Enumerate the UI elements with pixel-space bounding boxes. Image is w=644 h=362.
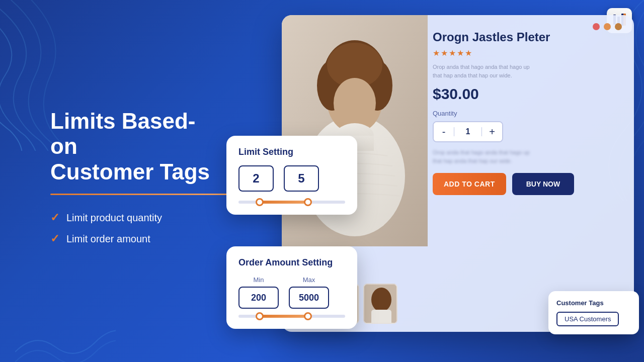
customer-tags-title: Customer Tags xyxy=(556,299,631,307)
window-dots xyxy=(593,23,622,30)
svg-point-22 xyxy=(371,288,391,312)
limit-inputs: 2 5 xyxy=(238,165,345,192)
buy-now-button[interactable]: BUY NOW xyxy=(512,173,574,195)
max-col: Max 5000 xyxy=(289,276,329,309)
min-label: Min xyxy=(254,276,264,284)
limit-range-slider[interactable] xyxy=(238,201,345,204)
range-fill xyxy=(260,201,307,204)
star-rating: ★★★★★ xyxy=(433,48,624,58)
action-buttons: ADD TO CART BUY NOW xyxy=(433,173,624,195)
left-panel: Limits Based-on Customer Tags ✓ Limit pr… xyxy=(0,78,242,284)
max-input[interactable]: 5000 xyxy=(289,287,329,309)
order-amount-card: Order Amount Setting Min 200 Max 5000 xyxy=(226,246,357,329)
product-desc-2: Orop anda that hago anda that hago up th… xyxy=(433,148,574,165)
order-amount-title: Order Amount Setting xyxy=(238,257,345,268)
min-max-row: Min 200 Max 5000 xyxy=(238,276,345,309)
quantity-decrease-button[interactable]: - xyxy=(434,122,454,141)
order-range-fill xyxy=(260,315,307,318)
quantity-increase-button[interactable]: + xyxy=(482,122,502,141)
quantity-control: - 1 + xyxy=(433,121,503,142)
add-to-cart-button[interactable]: ADD TO CART xyxy=(433,173,506,195)
usa-customers-tag[interactable]: USA Customers xyxy=(556,312,619,326)
max-label: Max xyxy=(303,276,315,284)
window-dot-orange xyxy=(604,23,611,30)
svg-point-12 xyxy=(334,78,376,128)
product-desc: Orop anda that hago anda that hago up th… xyxy=(433,63,574,79)
limit-setting-title: Limit Setting xyxy=(238,147,345,157)
order-range-slider[interactable] xyxy=(238,315,345,318)
min-col: Min 200 xyxy=(238,276,279,309)
feature-label-1: Limit product quantity xyxy=(66,212,162,224)
quantity-label: Quantity xyxy=(433,110,624,117)
check-icon-2: ✓ xyxy=(50,232,59,245)
quantity-value: 1 xyxy=(454,127,482,136)
right-panel: Orogn Jastles Pleter ★★★★★ Orop anda tha… xyxy=(242,0,644,362)
customer-tags-card: Customer Tags USA Customers xyxy=(548,291,639,334)
title-underline xyxy=(50,194,231,195)
product-price: $30.00 xyxy=(433,85,624,103)
feature-list: ✓ Limit product quantity ✓ Limit order a… xyxy=(50,211,211,245)
check-icon-1: ✓ xyxy=(50,211,59,224)
feature-label-2: Limit order amount xyxy=(66,233,150,245)
limit-min-input[interactable]: 2 xyxy=(238,165,274,192)
limit-setting-card: Limit Setting 2 5 xyxy=(226,136,357,215)
product-info: Orogn Jastles Pleter ★★★★★ Orop anda tha… xyxy=(433,30,624,195)
feature-item-2: ✓ Limit order amount xyxy=(50,232,211,245)
order-thumb-right[interactable] xyxy=(304,312,312,320)
range-thumb-left[interactable] xyxy=(256,198,264,206)
limit-max-input[interactable]: 5 xyxy=(284,165,319,192)
svg-rect-23 xyxy=(371,310,391,324)
thumbnail-3[interactable] xyxy=(363,284,397,324)
window-dot-red xyxy=(593,23,600,30)
feature-item-1: ✓ Limit product quantity xyxy=(50,211,211,224)
window-dot-yellow xyxy=(615,23,622,30)
product-name: Orogn Jastles Pleter xyxy=(433,30,624,44)
main-title: Limits Based-on Customer Tags xyxy=(50,109,211,185)
min-input[interactable]: 200 xyxy=(238,287,279,309)
range-thumb-right[interactable] xyxy=(304,198,312,206)
order-thumb-left[interactable] xyxy=(256,312,264,320)
